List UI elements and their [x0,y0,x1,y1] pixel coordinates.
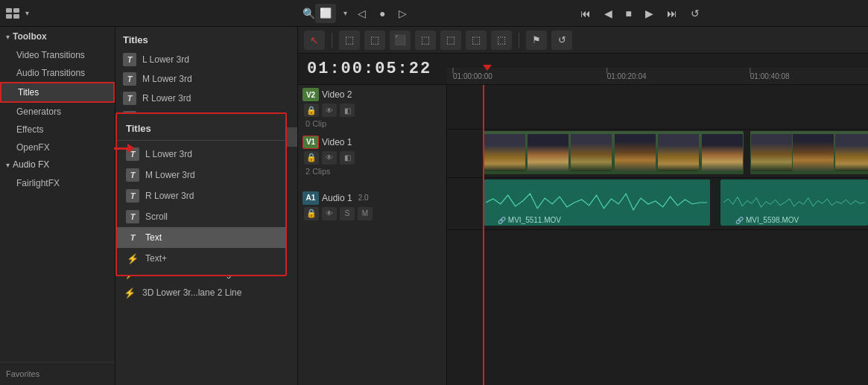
timecode-display: 01:00:05:22 [298,54,447,85]
track-controls-v1: 🔒 👁 ◧ [302,151,442,165]
next-frame-icon[interactable]: ⏭ [664,6,680,21]
crop-btn[interactable]: ⬚ [466,31,487,50]
video-clip-v1[interactable] [483,131,744,174]
t-icon: T [123,92,136,105]
overlay-item-l-lower[interactable]: T L Lower 3rd [117,144,285,165]
overlay-item-label: Scroll [145,211,168,222]
panel-item-fusion-5[interactable]: ⚡ 3D Lower 3r...lane 2 Line [115,283,297,302]
audio-clip-a1-2[interactable]: 🔗 MVI_5598.MOV [720,179,868,226]
track-header-v2: V2 Video 2 🔒 👁 ◧ 0 Clip [298,85,447,131]
trim-btn[interactable]: ⬚ [364,31,385,50]
sidebar-item-openfx[interactable]: OpenFX [0,139,115,156]
razor-btn[interactable]: ⬚ [339,31,360,50]
film-frame-2 [528,134,568,171]
t-icon: T [126,168,139,182]
slip-btn[interactable]: ⬛ [390,31,411,50]
color-btn-v1[interactable]: ◧ [340,151,355,165]
film-frame-9 [835,134,868,171]
play-icon[interactable]: ▶ [642,6,656,21]
toolbox-header[interactable]: ▾ Toolbox [0,27,115,46]
nav-dot-icon[interactable]: ● [376,6,388,21]
overlay-item-text[interactable]: T Text [117,227,285,248]
monitor-icon[interactable]: ⬜ [315,4,336,23]
monitor-btn-v2[interactable]: 👁 [322,104,337,117]
waveform-svg-2 [723,188,865,217]
video-clip-v1-2[interactable] [750,131,868,174]
track-header-v1: V1 Video 1 🔒 👁 ◧ 2 Clips [298,131,447,179]
audio-waveform-2: 🔗 MVI_5598.MOV [720,179,868,226]
loop-icon[interactable]: ↺ [688,6,703,21]
panel-item-m-lower[interactable]: T M Lower 3rd [115,69,297,89]
video-clip-inner [483,131,744,174]
audio-clip-a1-1[interactable]: 🔗 MVI_5511.MOV [483,179,710,226]
cursor-tool-btn[interactable]: ↖ [304,31,325,50]
arrow-head [127,144,135,153]
flag-btn[interactable]: ⚑ [526,31,547,50]
sidebar-item-titles[interactable]: Titles [0,82,115,103]
track-name-a1: Audio 1 [322,193,352,203]
film-frame-3 [571,134,612,171]
panel-item-label: L Lower 3rd [142,54,189,65]
audio-clip-label-2: 🔗 MVI_5598.MOV [735,216,799,224]
sidebar-item-effects[interactable]: Effects [0,121,115,139]
track-name-v1: Video 1 [322,137,352,147]
track-a1[interactable]: 🔗 MVI_5511.MOV [447,178,868,230]
tracks-content: 🔗 MVI_5511.MOV [447,85,868,385]
track-controls-a1: 🔒 👁 S M [302,207,442,220]
monitor-chevron-icon[interactable]: ▾ [343,9,347,17]
sidebar-item-video-transitions[interactable]: Video Transitions [0,46,115,64]
panel-item-l-lower[interactable]: T L Lower 3rd [115,50,297,69]
video-clip-inner-2 [750,131,868,174]
lock-btn-v2[interactable]: 🔒 [304,104,319,117]
color-btn-v2[interactable]: ◧ [340,104,355,117]
transform-btn[interactable]: ⬚ [440,31,461,50]
main-area: ▾ Toolbox Video Transitions Audio Transi… [0,27,868,385]
grid-icon[interactable] [6,8,19,19]
track-badge-a1[interactable]: A1 [302,191,319,205]
overlay-item-textplus[interactable]: ⚡ Text+ [117,248,285,269]
timeline-area: ↖ ⬚ ⬚ ⬛ ⬚ ⬚ ⬚ ⬚ ⚑ ↺ 01:00:05:22 [298,27,868,385]
playhead-line [483,85,484,385]
film-frame-6 [702,134,743,171]
search-button[interactable]: 🔍 [302,7,315,19]
monitor-btn-a1[interactable]: 👁 [322,207,337,220]
sidebar-item-generators[interactable]: Generators [0,103,115,121]
nav-next-icon[interactable]: ▷ [396,6,410,21]
lock-btn-a1[interactable]: 🔒 [304,207,319,220]
lock-btn-v1[interactable]: 🔒 [304,151,319,165]
panel-item-r-lower[interactable]: T R Lower 3rd [115,89,297,108]
sidebar-item-fairlightfx[interactable]: FairlightFX [0,174,115,192]
film-frame-4 [615,134,656,171]
link-btn[interactable]: ↺ [551,31,572,50]
overlay-item-scroll[interactable]: T Scroll [117,206,285,227]
chevron-down-icon[interactable]: ▾ [25,9,29,17]
skip-to-start-icon[interactable]: ⏮ [577,6,594,21]
nav-prev-icon[interactable]: ◁ [355,6,369,21]
arrow-shaft [114,147,127,150]
mute-btn-a1[interactable]: M [358,207,373,220]
track-badge-v2[interactable]: V2 [302,88,319,101]
arrow-indicator [114,144,135,153]
panel-item-label: M Lower 3rd [142,74,192,84]
composite-btn[interactable]: ⬚ [491,31,512,50]
audio-fx-header[interactable]: ▾ Audio FX [0,156,115,174]
overlay-item-label: Text [145,232,162,243]
solo-btn-a1[interactable]: S [340,207,355,220]
track-badge-v1[interactable]: V1 [302,136,319,149]
track-v2[interactable] [447,85,868,130]
film-frame-5 [658,134,699,171]
waveform-svg-1 [486,188,707,217]
retime-btn[interactable]: ⬚ [415,31,436,50]
lightning-icon: ⚡ [123,286,136,299]
toolbar-separator2 [519,33,519,48]
toolbox-label: Toolbox [13,31,47,42]
stop-icon[interactable]: ■ [623,6,635,21]
t-icon: T [123,53,136,66]
monitor-btn-v1[interactable]: 👁 [322,151,337,165]
prev-frame-icon[interactable]: ◀ [601,6,615,21]
track-v1[interactable] [447,130,868,178]
sidebar-item-audio-transitions[interactable]: Audio Transitions [0,64,115,82]
overlay-item-m-lower[interactable]: T M Lower 3rd [117,165,285,185]
overlay-item-r-lower[interactable]: T R Lower 3rd [117,185,285,206]
top-bar-left: ▾ 🔍 [6,7,315,19]
